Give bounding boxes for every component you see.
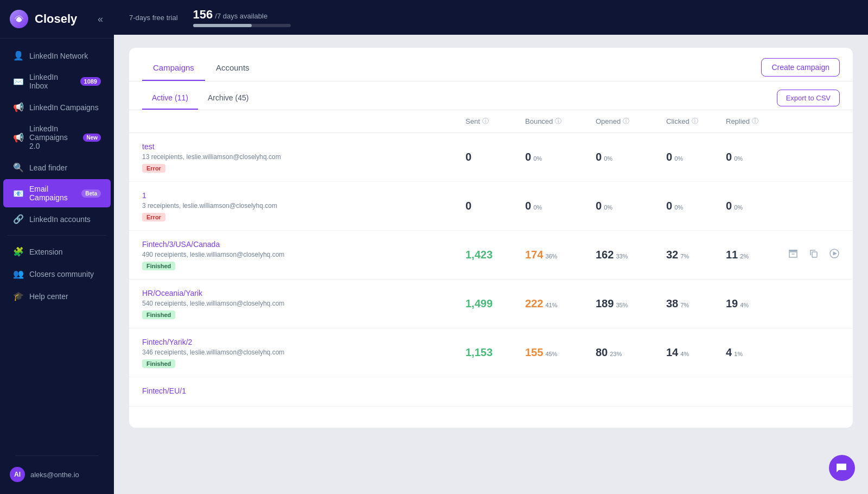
logo-icon — [9, 9, 29, 29]
campaign-status-badge: Finished — [142, 311, 175, 319]
inbox-badge: 1089 — [80, 77, 101, 86]
subtabs-left: Active (11) Archive (45) — [142, 89, 258, 110]
bounced-pct: 45% — [545, 351, 557, 357]
campaign-info: test 13 receipients, leslie.williamson@c… — [142, 142, 465, 173]
stat-clicked: 0 0% — [666, 200, 726, 212]
campaign-name-link[interactable]: Fintech/3/USA/Canada — [142, 240, 220, 249]
sent-value: 0 — [465, 200, 471, 212]
sidebar-item-lead-finder[interactable]: 🔍 Lead finder — [3, 157, 111, 178]
sidebar-item-linkedin-campaigns[interactable]: 📢 LinkedIn Campaigns — [3, 97, 111, 118]
stat-sent: 1,499 — [465, 297, 525, 310]
trial-label: 7-days free trial — [129, 14, 178, 22]
play-action-button[interactable] — [827, 246, 842, 264]
play-icon — [829, 248, 840, 259]
th-sent: Sent ⓘ — [465, 117, 525, 126]
export-csv-button[interactable]: Export to CSV — [777, 90, 840, 106]
copy-action-button[interactable] — [806, 246, 821, 264]
opened-pct: 0% — [604, 155, 612, 162]
sidebar-footer: AI aleks@onthe.io — [0, 445, 114, 494]
stat-clicked: 32 7% — [666, 249, 726, 261]
clicked-value: 0 — [666, 151, 672, 163]
linkedin-campaigns-icon: 📢 — [13, 102, 24, 112]
sidebar-item-linkedin-network[interactable]: 👤 LinkedIn Network — [3, 45, 111, 66]
stat-sent: 0 — [465, 151, 525, 163]
linkedin-campaigns2-icon: 📢 — [13, 132, 24, 143]
table-row: Fintech/EU/1 — [129, 377, 853, 407]
trial-header: 156 /7 days available — [193, 8, 291, 22]
archive-action-button[interactable] — [786, 246, 801, 264]
trial-count: 156 — [193, 8, 213, 22]
replied-value: 0 — [726, 151, 732, 163]
content-card: Campaigns Accounts Create campaign Activ… — [129, 48, 853, 428]
replied-info-icon: ⓘ — [752, 117, 758, 126]
th-replied: Replied ⓘ — [726, 117, 786, 126]
campaign-name-link[interactable]: Fintech/EU/1 — [142, 387, 186, 395]
sidebar-item-label: LinkedIn Campaigns — [29, 103, 99, 112]
user-email: aleks@onthe.io — [30, 471, 79, 479]
subtab-active[interactable]: Active (11) — [142, 89, 198, 110]
footer-divider — [15, 455, 99, 456]
topbar: 7-days free trial 156 /7 days available — [114, 0, 868, 35]
clicked-value: 14 — [666, 346, 678, 359]
stat-bounced: 174 36% — [525, 249, 596, 261]
row-actions — [786, 246, 840, 264]
campaign-name-link[interactable]: HR/Oceania/Yarik — [142, 289, 202, 297]
campaign-info: Fintech/EU/1 — [142, 386, 465, 397]
campaigns2-badge: New — [83, 134, 101, 142]
campaign-info: Fintech/3/USA/Canada 490 receipients, le… — [142, 239, 465, 270]
sent-value: 1,423 — [465, 249, 493, 261]
stat-sent: 1,423 — [465, 249, 525, 261]
replied-value: 4 — [726, 346, 732, 359]
campaign-name-link[interactable]: test — [142, 142, 155, 151]
bounced-pct: 36% — [545, 253, 557, 259]
sidebar-item-linkedin-inbox[interactable]: ✉️ LinkedIn Inbox 1089 — [3, 67, 111, 96]
sidebar-item-linkedin-campaigns-2[interactable]: 📢 LinkedIn Campaigns 2.0 New — [3, 119, 111, 156]
sidebar-item-extension[interactable]: 🧩 Extension — [3, 241, 111, 262]
sidebar-item-label: Lead finder — [29, 163, 67, 172]
sidebar-item-help-center[interactable]: 🎓 Help center — [3, 286, 111, 307]
clicked-value: 32 — [666, 249, 678, 261]
clicked-pct: 4% — [680, 351, 689, 357]
sent-value: 0 — [465, 151, 471, 163]
sidebar-divider — [8, 235, 106, 236]
sidebar-collapse-button[interactable]: « — [95, 11, 105, 27]
extension-icon: 🧩 — [13, 246, 24, 257]
th-clicked: Clicked ⓘ — [666, 117, 726, 126]
table-header: Sent ⓘ Bounced ⓘ Opened ⓘ Clicked ⓘ Repl… — [129, 110, 853, 133]
sidebar-item-closers-community[interactable]: 👥 Closers community — [3, 263, 111, 284]
tab-campaigns[interactable]: Campaigns — [142, 58, 205, 81]
opened-value: 189 — [596, 297, 614, 310]
archive-icon — [788, 248, 799, 259]
subtab-archive[interactable]: Archive (45) — [198, 89, 258, 110]
bounced-value: 222 — [525, 297, 543, 310]
clicked-pct: 0% — [674, 155, 683, 162]
bounced-value: 0 — [525, 151, 531, 163]
clicked-pct: 7% — [680, 302, 689, 308]
chat-bubble[interactable] — [829, 455, 855, 481]
replied-pct: 1% — [734, 351, 743, 357]
sidebar-logo: Closely « — [0, 0, 114, 39]
campaign-name-link[interactable]: Fintech/Yarik/2 — [142, 338, 192, 346]
bounced-pct: 0% — [533, 155, 542, 162]
sidebar-item-label: Help center — [29, 292, 68, 301]
linkedin-network-icon: 👤 — [13, 50, 24, 61]
stat-opened: 189 35% — [596, 297, 666, 310]
replied-value: 0 — [726, 200, 732, 212]
closers-community-icon: 👥 — [13, 269, 24, 279]
opened-value: 80 — [596, 346, 608, 359]
sidebar-item-email-campaigns[interactable]: 📧 Email Campaigns Beta — [3, 179, 111, 207]
stat-replied: 19 4% — [726, 297, 786, 310]
campaign-status-badge: Error — [142, 213, 165, 221]
campaign-name-link[interactable]: 1 — [142, 191, 146, 200]
campaign-info: HR/Oceania/Yarik 540 receipients, leslie… — [142, 288, 465, 319]
create-campaign-button[interactable]: Create campaign — [761, 58, 840, 77]
stat-replied: 0 0% — [726, 200, 786, 212]
replied-pct: 2% — [740, 253, 749, 259]
email-campaigns-icon: 📧 — [13, 188, 24, 199]
tab-accounts[interactable]: Accounts — [205, 58, 260, 81]
sent-value: 1,499 — [465, 297, 493, 310]
stat-bounced: 222 41% — [525, 297, 596, 310]
stat-clicked: 38 7% — [666, 297, 726, 310]
stat-replied: 0 0% — [726, 151, 786, 163]
sidebar-item-linkedin-accounts[interactable]: 🔗 LinkedIn accounts — [3, 208, 111, 230]
